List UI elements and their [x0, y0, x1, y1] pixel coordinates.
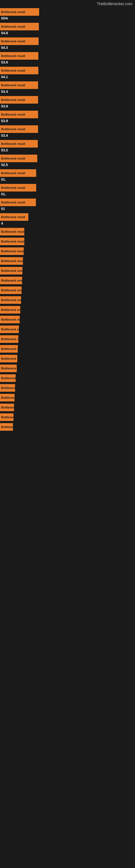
bar-row-26: Bottleneck resu [0, 334, 135, 344]
bar-value-5: 53.4 [1, 90, 8, 94]
bar-label-31: Bottleneck re [1, 386, 20, 390]
bar-row-30: Bottleneck re [0, 373, 135, 383]
bar-32: Bottleneck re [0, 394, 14, 401]
bar-row-25: Bottleneck result [0, 324, 135, 334]
bar-0: Bottleneck result [0, 8, 39, 16]
bar-row-17: Bottleneck result [0, 246, 135, 256]
bar-label-27: Bottleneck result [1, 347, 25, 350]
bar-30: Bottleneck re [0, 374, 16, 382]
bar-row-9: Bottleneck result53.2 [0, 139, 135, 154]
bar-label-35: Bottleneck re [1, 425, 20, 429]
bar-label-1: Bottleneck result [1, 25, 25, 28]
bar-23: Bottleneck result [0, 306, 20, 314]
bar-label-7: Bottleneck result [1, 113, 25, 116]
bar-29: Bottleneck resu [0, 365, 17, 372]
bar-row-12: Bottleneck result51. [0, 183, 135, 197]
bar-10: Bottleneck result [0, 155, 37, 162]
bar-34: Bottleneck re [0, 413, 13, 421]
bar-value-9: 53.2 [1, 148, 8, 152]
bar-label-3: Bottleneck result [1, 54, 25, 58]
bar-label-32: Bottleneck re [1, 396, 20, 399]
bar-1: Bottleneck result [0, 23, 39, 30]
bar-row-28: Bottleneck result [0, 354, 135, 364]
bar-value-13: 51 [1, 207, 5, 211]
bar-row-33: Bottleneck re [0, 403, 135, 412]
bar-25: Bottleneck result [0, 326, 19, 333]
bar-value-14: 4 [1, 221, 3, 225]
bar-19: Bottleneck result [0, 267, 22, 275]
bar-8: Bottleneck result [0, 125, 38, 133]
bar-24: Bottleneck result [0, 316, 20, 323]
bar-value-10: 52.5 [1, 163, 8, 167]
bar-5: Bottleneck result [0, 82, 38, 89]
bar-row-32: Bottleneck re [0, 393, 135, 403]
bar-28: Bottleneck result [0, 355, 17, 362]
bar-31: Bottleneck re [0, 384, 15, 392]
bar-label-24: Bottleneck result [1, 318, 25, 321]
bar-label-34: Bottleneck re [1, 415, 20, 419]
bar-value-7: 53.9 [1, 119, 8, 123]
bar-row-10: Bottleneck result52.5 [0, 154, 135, 168]
bar-value-2: 54.3 [1, 45, 8, 50]
site-title: TheBottlenecker.com [0, 0, 135, 7]
bar-row-23: Bottleneck result [0, 305, 135, 315]
bar-33: Bottleneck re [0, 404, 14, 411]
bar-label-4: Bottleneck result [1, 69, 25, 72]
bar-26: Bottleneck resu [0, 335, 18, 343]
bar-label-2: Bottleneck result [1, 40, 25, 43]
bar-row-15: Bottleneck result [0, 227, 135, 237]
bar-row-31: Bottleneck re [0, 383, 135, 393]
bar-row-1: Bottleneck result54.8 [0, 22, 135, 36]
bar-17: Bottleneck result [0, 247, 24, 255]
bar-value-11: 51. [1, 177, 6, 182]
bar-row-6: Bottleneck result53.9 [0, 95, 135, 110]
bar-label-23: Bottleneck result [1, 308, 25, 311]
bar-21: Bottleneck result [0, 286, 21, 294]
bar-row-35: Bottleneck re [0, 422, 135, 432]
bar-label-30: Bottleneck re [1, 376, 20, 380]
bar-row-18: Bottleneck result [0, 256, 135, 266]
bar-label-14: Bottleneck result [1, 215, 25, 219]
bar-label-20: Bottleneck result [1, 279, 25, 282]
bar-row-8: Bottleneck result53.4 [0, 124, 135, 139]
bar-value-0: 55% [1, 16, 8, 20]
bar-label-28: Bottleneck result [1, 357, 25, 360]
bar-label-8: Bottleneck result [1, 127, 25, 131]
bar-value-12: 51. [1, 192, 6, 196]
bar-label-11: Bottleneck result [1, 172, 25, 175]
bar-22: Bottleneck result [0, 296, 21, 304]
bar-label-9: Bottleneck result [1, 142, 25, 145]
bar-row-2: Bottleneck result54.3 [0, 36, 135, 51]
bar-row-13: Bottleneck result51 [0, 197, 135, 212]
bar-value-6: 53.9 [1, 104, 8, 108]
bar-label-10: Bottleneck result [1, 157, 25, 160]
bar-value-4: 54.1 [1, 75, 8, 79]
bar-3: Bottleneck result [0, 52, 38, 60]
bars-container: Bottleneck result55%Bottleneck result54.… [0, 7, 135, 432]
bar-label-0: Bottleneck result [1, 10, 25, 13]
bar-label-5: Bottleneck result [1, 84, 25, 87]
bar-value-1: 54.8 [1, 31, 8, 35]
bar-row-27: Bottleneck result [0, 344, 135, 354]
bar-15: Bottleneck result [0, 228, 24, 236]
bar-value-8: 53.4 [1, 133, 8, 137]
bar-label-13: Bottleneck result [1, 201, 25, 204]
bar-row-14: Bottleneck result4 [0, 212, 135, 227]
bar-14: Bottleneck result [0, 213, 28, 221]
bar-label-25: Bottleneck result [1, 328, 25, 331]
bar-18: Bottleneck result [0, 257, 23, 265]
bar-35: Bottleneck re [0, 423, 13, 431]
bar-row-29: Bottleneck resu [0, 364, 135, 373]
bar-16: Bottleneck result [0, 238, 24, 245]
bar-20: Bottleneck result [0, 277, 22, 284]
bar-row-11: Bottleneck result51. [0, 168, 135, 183]
bar-label-12: Bottleneck result [1, 186, 25, 189]
bar-row-4: Bottleneck result54.1 [0, 66, 135, 80]
bar-12: Bottleneck result [0, 184, 36, 191]
bar-row-19: Bottleneck result [0, 266, 135, 276]
bar-row-0: Bottleneck result55% [0, 7, 135, 22]
bar-7: Bottleneck result [0, 111, 38, 118]
bar-row-22: Bottleneck result [0, 295, 135, 305]
bar-label-6: Bottleneck result [1, 98, 25, 101]
bar-value-3: 53.9 [1, 60, 8, 64]
